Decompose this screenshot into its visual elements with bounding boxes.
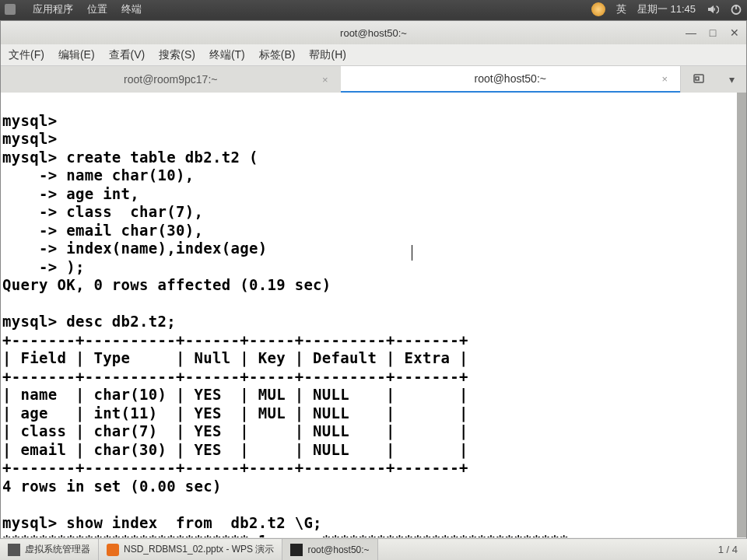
- volume-icon[interactable]: [707, 3, 719, 16]
- tab-label: root@room9pc17:~: [124, 73, 217, 86]
- task-terminal[interactable]: root@host50:~: [282, 539, 377, 560]
- terminal-line: | class | char(7) | YES | | NULL | |: [2, 422, 468, 439]
- menu-applications[interactable]: 应用程序: [33, 2, 73, 16]
- terminal-line: | Field | Type | Null | Key | Default | …: [2, 349, 468, 366]
- menubar: 文件(F) 编辑(E) 查看(V) 搜索(S) 终端(T) 标签(B) 帮助(H…: [1, 44, 746, 66]
- menu-places[interactable]: 位置: [87, 2, 107, 16]
- menu-edit[interactable]: 编辑(E): [55, 47, 98, 64]
- ime-lang[interactable]: 英: [616, 2, 626, 16]
- power-icon[interactable]: [730, 3, 742, 16]
- text-cursor: [412, 245, 412, 261]
- scrollbar[interactable]: [737, 93, 746, 537]
- tab-close-icon[interactable]: ×: [661, 73, 668, 85]
- terminal-line: -> class char(7),: [2, 203, 203, 220]
- task-wps[interactable]: NSD_RDBMS1_02.pptx - WPS 演示: [99, 539, 282, 560]
- menu-terminal[interactable]: 终端(T): [206, 47, 248, 64]
- tab-room9pc17[interactable]: root@room9pc17:~ ×: [1, 66, 341, 93]
- svg-rect-3: [696, 77, 699, 80]
- terminal-line: | age | int(11) | YES | MUL | NULL | |: [2, 404, 468, 422]
- terminal-icon: [290, 544, 303, 556]
- wps-icon: [107, 544, 119, 556]
- tab-label: root@host50:~: [475, 72, 546, 85]
- maximize-button[interactable]: □: [706, 26, 720, 40]
- terminal-area[interactable]: mysql> mysql> mysql> create table db2.t2…: [1, 93, 746, 537]
- terminal-line: +-------+----------+------+-----+-------…: [2, 459, 468, 476]
- tab-extras: ▾: [680, 66, 746, 93]
- menu-terminal[interactable]: 终端: [121, 2, 142, 16]
- ime-icon[interactable]: [591, 2, 605, 16]
- terminal-line: *************************** 1. row *****…: [2, 532, 569, 537]
- activities-icon[interactable]: [5, 4, 16, 15]
- menu-view[interactable]: 查看(V): [106, 47, 149, 64]
- titlebar[interactable]: root@host50:~ — □ ✕: [1, 21, 746, 44]
- terminal-line: mysql> show index from db2.t2 \G;: [2, 514, 322, 531]
- workspace-pager[interactable]: 1 / 4: [709, 544, 747, 555]
- bottom-panel: 虚拟系统管理器 NSD_RDBMS1_02.pptx - WPS 演示 root…: [0, 538, 747, 560]
- menu-file[interactable]: 文件(F): [5, 47, 47, 64]
- task-virt-manager[interactable]: 虚拟系统管理器: [0, 539, 99, 560]
- tab-host50[interactable]: root@host50:~ ×: [341, 66, 681, 93]
- terminal-line: mysql>: [2, 130, 57, 147]
- vm-icon: [8, 544, 20, 556]
- terminal-line: mysql> create table db2.t2 (: [2, 149, 258, 166]
- terminal-line: +-------+----------+------+-----+-------…: [2, 368, 468, 385]
- terminal-line: | name | char(10) | YES | MUL | NULL | |: [2, 386, 468, 403]
- terminal-line: mysql>: [2, 112, 57, 129]
- task-label: NSD_RDBMS1_02.pptx - WPS 演示: [124, 543, 274, 556]
- top-panel: 应用程序 位置 终端 英 星期一 11:45: [0, 0, 747, 19]
- terminal-line: -> index(name),index(age): [2, 240, 267, 257]
- terminal-line: +-------+----------+------+-----+-------…: [2, 331, 468, 348]
- terminal-line: -> age int,: [2, 185, 139, 202]
- menu-search[interactable]: 搜索(S): [156, 47, 198, 64]
- close-button[interactable]: ✕: [728, 26, 742, 40]
- terminal-line: Query OK, 0 rows affected (0.19 sec): [2, 276, 331, 293]
- tab-menu-chevron-icon[interactable]: ▾: [729, 73, 735, 86]
- terminal-line: -> );: [2, 258, 85, 275]
- terminal-line: mysql> desc db2.t2;: [2, 313, 176, 330]
- tab-close-icon[interactable]: ×: [322, 74, 328, 86]
- scroll-thumb[interactable]: [737, 93, 746, 537]
- terminal-line: -> email char(30),: [2, 222, 203, 239]
- minimize-button[interactable]: —: [684, 26, 698, 40]
- task-label: 虚拟系统管理器: [25, 543, 90, 556]
- tabbar: root@room9pc17:~ × root@host50:~ × ▾: [1, 66, 746, 93]
- task-label: root@host50:~: [307, 544, 369, 555]
- terminal-window: root@host50:~ — □ ✕ 文件(F) 编辑(E) 查看(V) 搜索…: [0, 20, 747, 541]
- terminal-line: | email | char(30) | YES | | NULL | |: [2, 441, 468, 458]
- window-title: root@host50:~: [340, 27, 407, 39]
- clock[interactable]: 星期一 11:45: [637, 2, 696, 16]
- terminal-line: 4 rows in set (0.00 sec): [2, 478, 222, 495]
- terminal-line: -> name char(10),: [2, 166, 195, 184]
- new-tab-icon[interactable]: [693, 72, 705, 87]
- menu-help[interactable]: 帮助(H): [306, 47, 349, 64]
- menu-tabs[interactable]: 标签(B): [256, 47, 299, 64]
